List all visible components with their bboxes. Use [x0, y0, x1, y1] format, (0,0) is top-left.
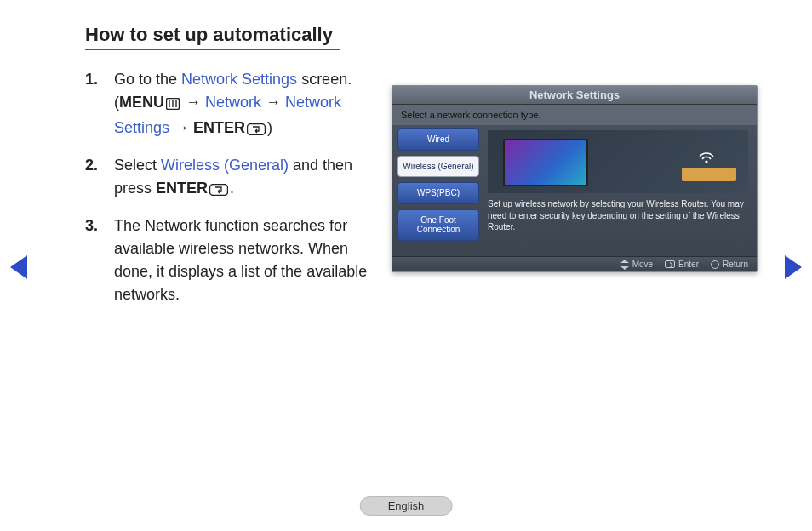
- step-body: Go to the Network Settings screen. (MENU…: [114, 68, 375, 142]
- step-number: 1.: [85, 68, 114, 142]
- step-body: Select Wireless (General) and then press…: [114, 154, 375, 203]
- option-description: Set up wireless network by selecting you…: [488, 198, 748, 233]
- text: .: [230, 180, 234, 197]
- option-wps-pbc[interactable]: WPS(PBC): [397, 182, 479, 204]
- panel-footer: Move Enter Return: [392, 256, 757, 271]
- footer-move-label: Move: [632, 260, 653, 269]
- label-enter: ENTER: [156, 180, 208, 197]
- footer-move: Move: [620, 260, 653, 269]
- step-body: The Network function searches for availa…: [114, 214, 375, 306]
- instructions-list: 1. Go to the Network Settings screen. (M…: [85, 68, 375, 318]
- text: Select: [114, 157, 161, 174]
- footer-enter: Enter: [665, 260, 699, 269]
- language-pill[interactable]: English: [360, 496, 453, 516]
- next-page-icon[interactable]: [785, 255, 802, 279]
- connection-illustration: [488, 130, 748, 193]
- text: ): [267, 119, 272, 136]
- enter-icon: [247, 119, 266, 142]
- arrow: →: [181, 94, 205, 111]
- label-enter: ENTER: [193, 119, 245, 136]
- text: Go to the: [114, 71, 181, 88]
- router-icon: [682, 168, 736, 181]
- wifi-icon: [697, 147, 716, 166]
- footer-return: Return: [711, 260, 748, 269]
- link-wireless-general[interactable]: Wireless (General): [161, 157, 289, 174]
- network-settings-panel: Network Settings Select a network connec…: [392, 85, 758, 272]
- enter-icon: [209, 180, 228, 203]
- prev-page-icon[interactable]: [10, 255, 27, 279]
- enter-icon: [665, 260, 675, 268]
- link-network[interactable]: Network: [205, 94, 261, 111]
- arrow: →: [169, 119, 193, 136]
- option-one-foot-connection[interactable]: One Foot Connection: [397, 209, 479, 241]
- panel-subhead: Select a network connection type.: [392, 105, 757, 125]
- tv-icon: [503, 139, 588, 186]
- return-icon: [711, 260, 719, 269]
- text: The Network function searches for availa…: [114, 217, 367, 303]
- step-number: 3.: [85, 214, 114, 306]
- option-wired[interactable]: Wired: [397, 128, 479, 151]
- svg-point-6: [705, 160, 707, 163]
- svg-rect-5: [210, 185, 228, 196]
- step-1: 1. Go to the Network Settings screen. (M…: [85, 68, 375, 142]
- label-menu: MENU: [119, 94, 164, 111]
- footer-return-label: Return: [723, 260, 748, 269]
- panel-header: Network Settings: [392, 86, 757, 105]
- step-3: 3. The Network function searches for ava…: [85, 214, 375, 306]
- connection-options: Wired Wireless (General) WPS(PBC) One Fo…: [392, 125, 484, 260]
- step-2: 2. Select Wireless (General) and then pr…: [85, 154, 375, 203]
- move-icon: [620, 260, 629, 269]
- option-wireless-general[interactable]: Wireless (General): [397, 156, 479, 178]
- link-network-settings[interactable]: Network Settings: [181, 71, 297, 88]
- svg-rect-4: [248, 124, 266, 135]
- step-number: 2.: [85, 154, 114, 203]
- footer-enter-label: Enter: [678, 260, 699, 269]
- arrow: →: [261, 94, 285, 111]
- page-title: How to set up automatically: [85, 24, 340, 50]
- menu-icon: [166, 94, 180, 117]
